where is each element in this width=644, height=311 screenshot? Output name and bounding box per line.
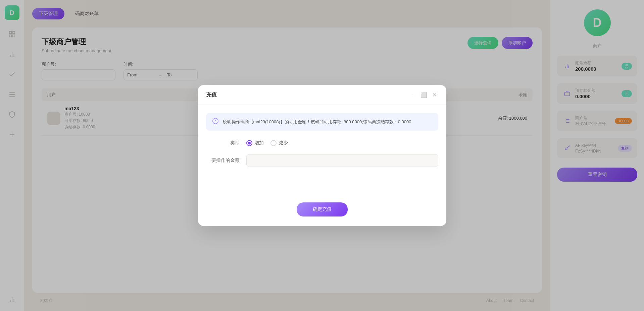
- radio-increase-dot: [246, 140, 252, 146]
- info-icon: [212, 118, 219, 126]
- modal-minimize-button[interactable]: －: [409, 91, 417, 99]
- radio-increase[interactable]: 增加: [246, 140, 264, 146]
- modal-title: 充值: [206, 91, 217, 99]
- radio-decrease-dot: [270, 140, 277, 146]
- modal-info-text: 说明操作码商【mal23(10008)】的可用金额！该码商可用存款: 800.0…: [223, 119, 411, 125]
- amount-input[interactable]: [246, 154, 438, 167]
- recharge-modal: 充值 － ⬜ ✕ 说明操作码商【mal23(10008)】的可用金额！该码商可用…: [198, 85, 446, 226]
- radio-decrease-label: 减少: [279, 140, 288, 146]
- type-radio-group: 增加 减少: [246, 140, 288, 146]
- modal-footer: 确定充值: [198, 196, 446, 226]
- confirm-recharge-button[interactable]: 确定充值: [297, 202, 348, 216]
- type-label: 类型: [206, 140, 240, 146]
- radio-decrease[interactable]: 减少: [270, 140, 288, 146]
- modal-maximize-button[interactable]: ⬜: [420, 91, 428, 99]
- modal-close-button[interactable]: ✕: [431, 91, 438, 99]
- modal-controls: － ⬜ ✕: [409, 91, 438, 99]
- modal-info-box: 说明操作码商【mal23(10008)】的可用金额！该码商可用存款: 800.0…: [206, 113, 438, 131]
- radio-increase-label: 增加: [254, 140, 264, 146]
- modal-overlay: 充值 － ⬜ ✕ 说明操作码商【mal23(10008)】的可用金额！该码商可用…: [0, 0, 644, 311]
- modal-body: 说明操作码商【mal23(10008)】的可用金额！该码商可用存款: 800.0…: [198, 105, 446, 196]
- modal-header: 充值 － ⬜ ✕: [198, 85, 446, 105]
- type-row: 类型 增加 减少: [206, 140, 438, 146]
- amount-label: 要操作的金额: [206, 158, 240, 164]
- amount-row: 要操作的金额: [206, 154, 438, 167]
